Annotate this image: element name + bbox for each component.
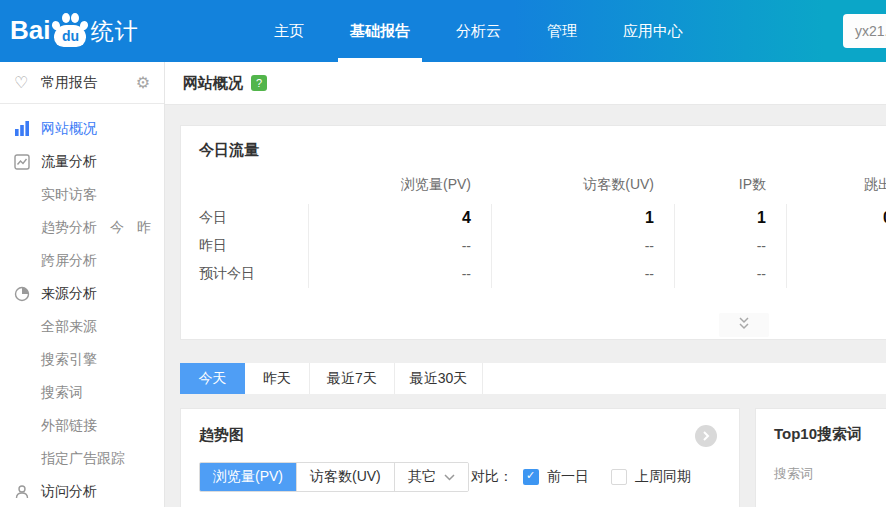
logo-text-tongji: 统计 — [90, 14, 138, 48]
sidebar-item-label: 访问分析 — [41, 483, 97, 501]
sidebar-item-source-analysis[interactable]: 来源分析 — [0, 277, 164, 310]
metric-uv-button[interactable]: 访客数(UV) — [296, 463, 394, 491]
site-selector[interactable]: yx21. — [843, 14, 886, 48]
sidebar-item-cross-screen-analysis[interactable]: 跨屏分析 — [0, 244, 164, 277]
sidebar-item-trend-analysis[interactable]: 趋势分析 今 昨 — [0, 211, 164, 244]
today-traffic-header-row: 浏览量(PV) 访客数(UV) IP数 跳出率 — [181, 176, 886, 194]
sidebar-item-site-overview[interactable]: 网站概况 — [0, 112, 164, 145]
baidu-tongji-app: Bai du 统计 主页 基础报告 分析云 管理 应用中心 yx21. ♡ 常用… — [0, 0, 886, 507]
column-header-bounce: 跳出率 — [786, 176, 886, 194]
page-title-bar: 网站概况 ? — [165, 62, 886, 105]
trend-chart-card: 趋势图 浏览量(PV) 访客数(UV) 其它 — [180, 408, 740, 507]
same-period-last-week-label[interactable]: 上周同期 — [635, 468, 691, 486]
nav-home[interactable]: 主页 — [262, 0, 316, 62]
visitor-icon — [14, 484, 32, 500]
cell-ip: -- — [674, 260, 786, 288]
metric-button-group: 浏览量(PV) 访客数(UV) 其它 — [199, 462, 469, 492]
column-header-pv: 浏览量(PV) — [308, 176, 491, 194]
nav-analytics-cloud[interactable]: 分析云 — [444, 0, 513, 62]
double-chevron-down-icon — [736, 316, 752, 334]
sidebar-item-label: 流量分析 — [41, 153, 97, 171]
nav-basic-reports[interactable]: 基础报告 — [338, 0, 422, 62]
checkbox-same-period-last-week[interactable] — [611, 469, 627, 485]
baidu-paw-icon: du — [52, 12, 88, 48]
column-header-ip: IP数 — [674, 176, 786, 194]
today-traffic-card: 今日流量 浏览量(PV) 访客数(UV) IP数 跳出率 今日 4 1 1 0% — [180, 125, 886, 340]
nav-app-center[interactable]: 应用中心 — [611, 0, 695, 62]
sidebar-item-label: 搜索引擎 — [41, 351, 97, 369]
top10-search-term-label: 搜索词 — [774, 465, 886, 483]
bar-chart-icon — [14, 121, 32, 136]
cell-uv: 1 — [491, 204, 674, 232]
tab-last-30-days[interactable]: 最近30天 — [395, 363, 483, 394]
baidu-tongji-logo[interactable]: Bai du 统计 — [10, 12, 138, 48]
cell-bounce: -- — [786, 260, 886, 288]
tab-last-7-days[interactable]: 最近7天 — [310, 363, 395, 394]
previous-day-label[interactable]: 前一日 — [547, 468, 589, 486]
favorites-label: 常用报告 — [41, 74, 97, 92]
sidebar-item-realtime-visitors[interactable]: 实时访客 — [0, 178, 164, 211]
column-header-uv: 访客数(UV) — [491, 176, 674, 194]
metric-pv-button[interactable]: 浏览量(PV) — [200, 463, 296, 491]
cell-pv: 4 — [308, 204, 491, 232]
nav-management[interactable]: 管理 — [535, 0, 589, 62]
header-spacer — [181, 176, 308, 194]
sidebar-item-label: 实时访客 — [41, 186, 97, 204]
top10-search-terms-card: Top10搜索词 搜索词 — [755, 408, 886, 507]
trend-chart-icon — [14, 154, 32, 170]
sidebar-item-label: 外部链接 — [41, 417, 97, 435]
table-row-predicted-today: 预计今日 -- -- -- -- — [181, 260, 886, 288]
sidebar-item-label: 指定广告跟踪 — [41, 450, 125, 468]
logo-text-du: du — [54, 25, 86, 47]
sidebar-item-label: 趋势分析 — [41, 219, 97, 237]
sidebar-item-label: 搜索词 — [41, 384, 83, 402]
gear-icon[interactable]: ⚙ — [136, 73, 150, 92]
table-row-yesterday: 昨日 -- -- -- -- — [181, 232, 886, 260]
pie-chart-icon — [14, 286, 32, 302]
cell-ip: 1 — [674, 204, 786, 232]
sidebar-item-search-engines[interactable]: 搜索引擎 — [0, 343, 164, 376]
primary-nav: 主页 基础报告 分析云 管理 应用中心 — [262, 0, 717, 62]
row-label: 昨日 — [181, 237, 308, 255]
row-label: 今日 — [181, 209, 308, 227]
top10-card-title: Top10搜索词 — [774, 425, 886, 444]
chevron-down-icon — [444, 474, 455, 481]
sidebar-item-all-sources[interactable]: 全部来源 — [0, 310, 164, 343]
main-content: 网站概况 ? 今日流量 浏览量(PV) 访客数(UV) IP数 跳出率 今日 4 — [165, 62, 886, 507]
tab-yesterday[interactable]: 昨天 — [245, 363, 310, 394]
sidebar-item-traffic-analysis[interactable]: 流量分析 — [0, 145, 164, 178]
sidebar-item-favorite-reports[interactable]: ♡ 常用报告 ⚙ — [0, 62, 164, 104]
table-row-today: 今日 4 1 1 0% — [181, 204, 886, 232]
sidebar-item-external-links[interactable]: 外部链接 — [0, 409, 164, 442]
sidebar: ♡ 常用报告 ⚙ 网站概况 流量分析 实时访 — [0, 62, 165, 507]
help-icon[interactable]: ? — [251, 75, 267, 91]
trend-controls: 浏览量(PV) 访客数(UV) 其它 对比： — [199, 462, 721, 492]
metric-other-label: 其它 — [408, 468, 436, 486]
sidebar-item-ad-tracking[interactable]: 指定广告跟踪 — [0, 442, 164, 475]
expand-card-button[interactable] — [719, 313, 769, 337]
cell-uv: -- — [491, 232, 674, 260]
sidebar-menu: 网站概况 流量分析 实时访客 趋势分析 今 昨 跨屏分析 — [0, 104, 164, 507]
trend-chart-title: 趋势图 — [199, 426, 721, 445]
row-label: 预计今日 — [181, 265, 308, 283]
sidebar-item-label: 网站概况 — [41, 120, 97, 138]
page-body: ♡ 常用报告 ⚙ 网站概况 流量分析 实时访 — [0, 62, 886, 507]
chevron-right-circle-button[interactable] — [695, 425, 717, 447]
sidebar-item-label: 来源分析 — [41, 285, 97, 303]
checkbox-previous-day[interactable] — [523, 469, 539, 485]
trend-yesterday-link[interactable]: 昨 — [137, 219, 151, 237]
today-traffic-rows: 今日 4 1 1 0% 昨日 -- -- -- -- 预计今日 — [181, 204, 886, 288]
page-title: 网站概况 — [183, 74, 243, 93]
cell-bounce: 0% — [786, 204, 886, 232]
sidebar-item-label: 全部来源 — [41, 318, 97, 336]
sidebar-item-visit-analysis[interactable]: 访问分析 — [0, 475, 164, 507]
compare-options: 对比： 前一日 上周同期 — [471, 468, 721, 486]
tab-today[interactable]: 今天 — [180, 363, 245, 394]
metric-other-dropdown[interactable]: 其它 — [394, 463, 468, 491]
trend-today-link[interactable]: 今 — [110, 219, 124, 237]
logo-text-bai: Bai — [10, 12, 50, 48]
sidebar-item-search-terms[interactable]: 搜索词 — [0, 376, 164, 409]
compare-label: 对比： — [471, 468, 513, 486]
heart-icon: ♡ — [14, 73, 32, 92]
cell-uv: -- — [491, 260, 674, 288]
